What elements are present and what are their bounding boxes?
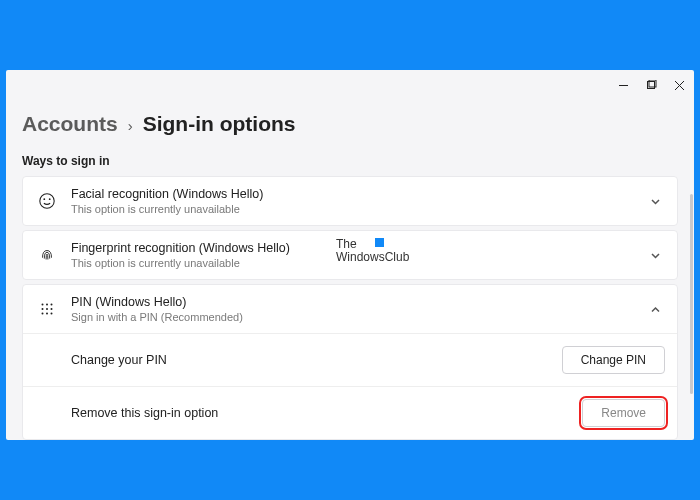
minimize-button[interactable] <box>616 78 630 92</box>
remove-pin-row: Remove this sign-in option Remove <box>23 386 677 439</box>
option-face-title: Facial recognition (Windows Hello) <box>71 187 645 201</box>
change-pin-row: Change your PIN Change PIN <box>23 333 677 386</box>
option-pin-row[interactable]: PIN (Windows Hello) Sign in with a PIN (… <box>23 285 677 333</box>
option-face-row[interactable]: Facial recognition (Windows Hello) This … <box>23 177 677 225</box>
svg-point-6 <box>43 198 45 200</box>
svg-point-10 <box>51 304 53 306</box>
scrollbar[interactable] <box>690 194 693 394</box>
svg-point-12 <box>46 308 48 310</box>
chevron-up-icon <box>645 304 665 315</box>
remove-pin-label: Remove this sign-in option <box>71 406 582 420</box>
maximize-button[interactable] <box>644 78 658 92</box>
chevron-down-icon <box>645 250 665 261</box>
option-pin-sub: Sign in with a PIN (Recommended) <box>71 311 645 323</box>
remove-pin-button[interactable]: Remove <box>582 399 665 427</box>
content-area: Accounts › Sign-in options Ways to sign … <box>6 100 694 440</box>
option-pin-text: PIN (Windows Hello) Sign in with a PIN (… <box>71 295 645 323</box>
settings-window: Accounts › Sign-in options Ways to sign … <box>6 70 694 440</box>
option-fingerprint-sub: This option is currently unavailable <box>71 257 645 269</box>
page-title: Sign-in options <box>143 112 296 136</box>
svg-point-16 <box>51 313 53 315</box>
option-fingerprint-card: Fingerprint recognition (Windows Hello) … <box>22 230 678 280</box>
option-pin-title: PIN (Windows Hello) <box>71 295 645 309</box>
fingerprint-icon <box>35 246 59 264</box>
option-pin-card: PIN (Windows Hello) Sign in with a PIN (… <box>22 284 678 440</box>
svg-point-15 <box>46 313 48 315</box>
option-face-text: Facial recognition (Windows Hello) This … <box>71 187 645 215</box>
change-pin-label: Change your PIN <box>71 353 562 367</box>
close-button[interactable] <box>672 78 686 92</box>
titlebar <box>6 70 694 100</box>
option-fingerprint-title: Fingerprint recognition (Windows Hello) <box>71 241 645 255</box>
option-fingerprint-text: Fingerprint recognition (Windows Hello) … <box>71 241 645 269</box>
svg-point-13 <box>51 308 53 310</box>
face-icon <box>35 192 59 210</box>
svg-point-7 <box>49 198 51 200</box>
change-pin-button[interactable]: Change PIN <box>562 346 665 374</box>
option-face-sub: This option is currently unavailable <box>71 203 645 215</box>
chevron-right-icon: › <box>128 117 133 134</box>
svg-point-8 <box>42 304 44 306</box>
svg-point-9 <box>46 304 48 306</box>
option-face-card: Facial recognition (Windows Hello) This … <box>22 176 678 226</box>
breadcrumb-parent[interactable]: Accounts <box>22 112 118 136</box>
section-title: Ways to sign in <box>22 154 678 168</box>
option-fingerprint-row[interactable]: Fingerprint recognition (Windows Hello) … <box>23 231 677 279</box>
chevron-down-icon <box>645 196 665 207</box>
pin-keypad-icon <box>35 300 59 318</box>
breadcrumb: Accounts › Sign-in options <box>22 100 678 154</box>
svg-point-14 <box>42 313 44 315</box>
svg-point-11 <box>42 308 44 310</box>
svg-point-5 <box>40 194 54 208</box>
